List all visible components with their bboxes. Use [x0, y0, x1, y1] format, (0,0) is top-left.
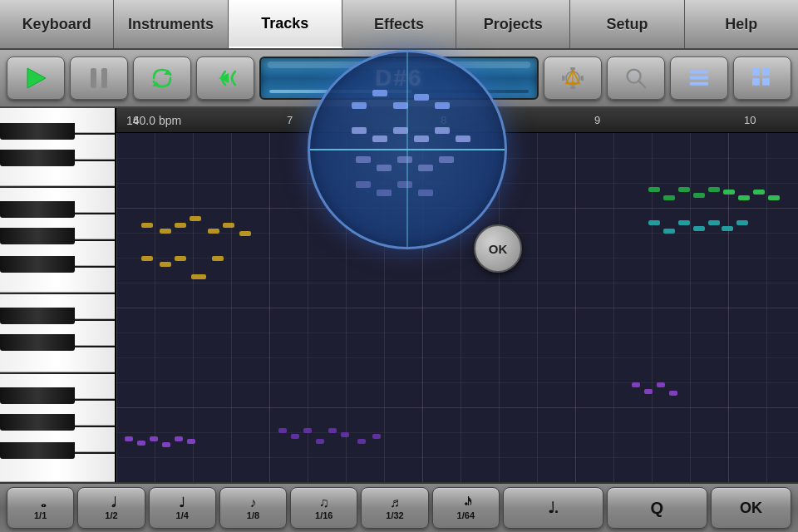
note-block[interactable]	[141, 256, 153, 261]
ok-button[interactable]: OK	[711, 487, 791, 529]
tab-help[interactable]: Help	[685, 0, 798, 48]
tab-projects[interactable]: Projects	[456, 0, 570, 48]
note-block[interactable]	[137, 441, 145, 446]
note-1-64-button[interactable]: 𝆺𝅥𝅯 1/64	[432, 487, 500, 529]
note-1-32-button[interactable]: ♬ 1/32	[361, 487, 428, 529]
note-block[interactable]	[208, 229, 219, 234]
note-block[interactable]	[663, 195, 675, 200]
note-1-8-button[interactable]: ♪ 1/8	[219, 487, 287, 529]
play-button[interactable]	[7, 57, 65, 100]
grid-view-button[interactable]	[733, 57, 791, 100]
note-block[interactable]	[175, 223, 186, 228]
bpm-label: 140.0 bpm	[116, 114, 191, 127]
note-block[interactable]	[723, 190, 735, 195]
note-block[interactable]	[190, 216, 201, 221]
note-block[interactable]	[663, 229, 675, 234]
note-block[interactable]	[141, 223, 153, 228]
note-block[interactable]	[316, 439, 324, 444]
piano-key-black[interactable]	[0, 387, 75, 404]
tab-tracks[interactable]: Tracks	[229, 0, 342, 48]
piano-key-white[interactable]	[0, 347, 115, 372]
tab-setup[interactable]: Setup	[570, 0, 684, 48]
tab-instruments[interactable]: Instruments	[114, 0, 228, 48]
svg-rect-18	[762, 78, 770, 86]
note-block[interactable]	[738, 195, 750, 200]
loop-button[interactable]	[133, 57, 191, 100]
note-block[interactable]	[303, 428, 312, 433]
note-block[interactable]	[175, 256, 186, 261]
search-button[interactable]	[607, 57, 665, 100]
tab-effects[interactable]: Effects	[342, 0, 456, 48]
note-block[interactable]	[357, 439, 366, 444]
note-block[interactable]	[678, 187, 690, 192]
note-block[interactable]	[632, 382, 640, 387]
note-block[interactable]	[175, 436, 183, 441]
note-block[interactable]	[644, 389, 653, 394]
note-block[interactable]	[278, 428, 287, 433]
piano-key-black[interactable]	[0, 123, 75, 140]
svg-rect-14	[690, 82, 708, 86]
svg-rect-15	[752, 68, 760, 76]
note-1-1-button[interactable]: 𝅝 1/1	[7, 487, 74, 529]
top-navigation: Keyboard Instruments Tracks Effects Proj…	[0, 0, 798, 50]
note-block[interactable]	[372, 434, 381, 439]
note-block[interactable]	[722, 226, 733, 231]
marker-6: 6	[133, 108, 139, 132]
piano-key-black[interactable]	[0, 228, 75, 244]
svg-marker-0	[27, 68, 46, 88]
marker-9: 9	[594, 108, 600, 132]
quantize-label: Q	[651, 499, 664, 518]
note-block[interactable]	[341, 432, 349, 437]
piano-key-black[interactable]	[0, 150, 75, 166]
piano-key-black[interactable]	[0, 442, 75, 459]
note-block[interactable]	[162, 442, 170, 447]
piano-key-black[interactable]	[0, 334, 75, 351]
note-block[interactable]	[648, 187, 660, 192]
marker-7: 7	[287, 108, 293, 132]
piano-key-black[interactable]	[0, 414, 75, 431]
note-1-16-button[interactable]: ♫ 1/16	[290, 487, 357, 529]
tab-keyboard[interactable]: Keyboard	[0, 0, 114, 48]
settings-button[interactable]	[544, 57, 602, 100]
piano-keyboard[interactable]: 6	[0, 108, 116, 482]
note-block[interactable]	[657, 382, 665, 387]
svg-line-11	[638, 81, 645, 87]
note-block[interactable]	[239, 231, 251, 236]
piano-key-black[interactable]	[0, 308, 75, 324]
note-block[interactable]	[753, 190, 765, 195]
note-block[interactable]	[708, 220, 720, 225]
rewind-button[interactable]	[196, 57, 254, 100]
note-block[interactable]	[693, 193, 705, 198]
note-block[interactable]	[223, 223, 234, 228]
note-block[interactable]	[328, 428, 337, 433]
note-block[interactable]	[678, 220, 690, 225]
note-block[interactable]	[648, 220, 660, 225]
note-block[interactable]	[708, 187, 720, 192]
pause-button[interactable]	[70, 57, 128, 100]
piano-key-black[interactable]	[0, 201, 75, 218]
note-block[interactable]	[291, 434, 299, 439]
quantize-button[interactable]: Q	[607, 487, 707, 529]
note-1-2-button[interactable]: 𝅗𝅥 1/2	[77, 487, 145, 529]
svg-point-9	[571, 81, 575, 86]
ok-label: OK	[740, 500, 762, 517]
note-block[interactable]	[212, 256, 224, 261]
note-block[interactable]	[736, 220, 748, 225]
bottom-toolbar: 𝅝 1/1 𝅗𝅥 1/2 ♩ 1/4 ♪ 1/8 ♫ 1/16 ♬ 1/32 𝆺…	[0, 482, 798, 532]
list-view-button[interactable]	[670, 57, 728, 100]
dotted-note-button[interactable]: ♩.	[503, 487, 603, 529]
note-block[interactable]	[160, 229, 171, 234]
note-block[interactable]	[669, 391, 677, 396]
note-block[interactable]	[150, 436, 158, 441]
magnifier-ok-button[interactable]: OK	[474, 224, 522, 273]
note-1-4-button[interactable]: ♩ 1/4	[149, 487, 216, 529]
piano-key-black[interactable]	[0, 256, 75, 273]
note-block[interactable]	[191, 274, 206, 279]
note-block[interactable]	[768, 195, 780, 200]
magnifier-lens[interactable]	[308, 50, 507, 249]
note-block[interactable]	[187, 439, 195, 444]
dotted-note-label: ♩.	[548, 499, 559, 517]
note-block[interactable]	[160, 262, 171, 267]
note-block[interactable]	[125, 436, 133, 441]
note-block[interactable]	[693, 226, 705, 231]
